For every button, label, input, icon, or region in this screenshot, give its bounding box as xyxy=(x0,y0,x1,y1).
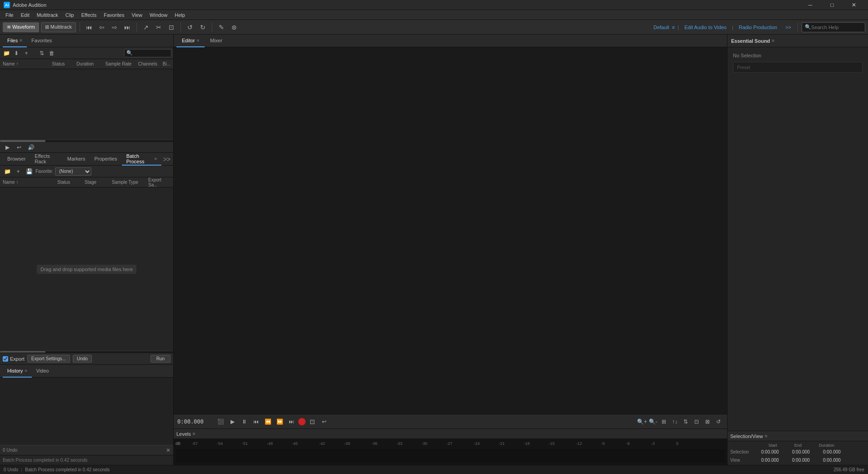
search-input[interactable] xyxy=(811,25,857,30)
search-bar[interactable]: 🔍 xyxy=(802,22,865,32)
zoom-in-v-btn[interactable]: ↑↓ xyxy=(670,417,680,427)
tab-mixer[interactable]: Mixer xyxy=(205,35,228,47)
multitrack-mode-button[interactable]: ⊞ Multitrack xyxy=(41,22,76,32)
zoom-out-v-btn[interactable]: ⇅ xyxy=(681,417,691,427)
selection-view-menu-icon[interactable]: ≡ xyxy=(765,434,768,439)
toolbar-pencil-btn[interactable]: ✎ xyxy=(216,22,227,33)
files-search[interactable]: 🔍 xyxy=(124,49,171,57)
tab-video[interactable]: Video xyxy=(32,365,54,378)
waveform-mode-button[interactable]: ≋ Waveform xyxy=(3,22,39,32)
skip-forward-btn[interactable]: ⏭ xyxy=(286,417,296,427)
toolbar-btn-3[interactable]: ⇨ xyxy=(109,22,120,33)
radio-production-btn[interactable]: Radio Production xyxy=(736,24,780,31)
play-btn[interactable]: ▶ xyxy=(227,417,237,427)
files-open-btn[interactable]: 📁 xyxy=(2,49,11,58)
toolbar-cursor-btn[interactable]: ↗ xyxy=(140,22,151,33)
files-delete-btn[interactable]: 🗑 xyxy=(47,49,56,58)
zoom-reset-btn[interactable]: ↺ xyxy=(713,417,723,427)
files-sort-btn[interactable]: ⇅ xyxy=(37,49,46,58)
history-menu-icon[interactable]: ≡ xyxy=(25,368,27,373)
level-tick-51: -51 xyxy=(242,441,248,446)
tab-markers[interactable]: Markers xyxy=(63,153,90,166)
menu-edit[interactable]: Edit xyxy=(17,10,33,20)
toolbar-heal-btn[interactable]: ⊛ xyxy=(229,22,240,33)
batch-drop-area[interactable]: Drag and drop supported media files here xyxy=(0,187,173,351)
files-play-btn[interactable]: ▶ xyxy=(3,143,12,152)
toolbar-undo-btn[interactable]: ↺ xyxy=(185,22,196,33)
fast-forward-btn[interactable]: ⏩ xyxy=(275,417,285,427)
menu-window[interactable]: Window xyxy=(146,10,171,20)
maximize-button[interactable]: □ xyxy=(822,0,843,10)
tab-editor[interactable]: Editor ≡ xyxy=(176,35,205,47)
loop-mode-btn[interactable]: ↩ xyxy=(319,417,329,427)
level-tick-27: -27 xyxy=(447,441,452,446)
files-tab-menu-icon[interactable]: ≡ xyxy=(20,38,22,43)
tab-history[interactable]: History ≡ xyxy=(3,365,32,378)
files-search-input[interactable] xyxy=(133,50,169,55)
zoom-fit-btn[interactable]: ⊞ xyxy=(659,417,669,427)
editor-tab-menu-icon[interactable]: ≡ xyxy=(197,38,199,43)
batch-col-sample: Sample Type xyxy=(112,180,148,185)
undo-btn[interactable]: Undo xyxy=(73,355,92,363)
files-import-btn[interactable]: ⬇ xyxy=(12,49,21,58)
menu-file[interactable]: File xyxy=(2,10,17,20)
more-tabs-btn[interactable]: >> xyxy=(163,156,171,163)
menu-favorites[interactable]: Favorites xyxy=(100,10,128,20)
menu-bar: File Edit Multitrack Clip Effects Favori… xyxy=(0,10,868,20)
zoom-out-btn[interactable]: 🔍- xyxy=(648,417,658,427)
zoom-full-btn[interactable]: ⊡ xyxy=(692,417,702,427)
run-btn[interactable]: Run xyxy=(151,355,171,363)
files-auto-play-btn[interactable]: 🔊 xyxy=(26,143,35,152)
files-scrollbar[interactable] xyxy=(0,140,173,141)
sv-view-row: View 0:00.000 0:00.000 0:00.000 xyxy=(730,456,865,464)
selection-view-title: Selection/View xyxy=(730,434,763,439)
toolbar-razor-btn[interactable]: ✂ xyxy=(153,22,164,33)
toolbar-btn-4[interactable]: ⏭ xyxy=(122,22,133,33)
workspace-current[interactable]: Default xyxy=(653,25,669,30)
loop-btn[interactable]: ⊡ xyxy=(307,417,317,427)
menu-multitrack[interactable]: Multitrack xyxy=(33,10,62,20)
batch-tab-menu-icon[interactable]: ≡ xyxy=(154,156,156,161)
export-settings-btn[interactable]: Export Settings... xyxy=(27,355,70,363)
toolbar-btn-2[interactable]: ⇦ xyxy=(96,22,107,33)
rewind-btn[interactable]: ⏪ xyxy=(263,417,273,427)
batch-open-btn[interactable]: 📁 xyxy=(3,167,12,176)
files-scrollbar-thumb[interactable] xyxy=(0,140,45,142)
record-btn[interactable] xyxy=(298,418,306,425)
tab-properties[interactable]: Properties xyxy=(90,153,122,166)
selection-view-content: Start End Duration Selection 0:00.000 0:… xyxy=(728,441,868,465)
close-button[interactable]: ✕ xyxy=(843,0,864,10)
export-checkbox-label[interactable]: Export xyxy=(3,356,25,362)
tab-favorites[interactable]: Favorites xyxy=(27,35,56,47)
batch-new-btn[interactable]: + xyxy=(14,167,23,176)
toolbar-btn-1[interactable]: ⏮ xyxy=(84,22,95,33)
tab-batch-process[interactable]: Batch Process ≡ xyxy=(122,153,161,166)
menu-effects[interactable]: Effects xyxy=(78,10,100,20)
menu-view[interactable]: View xyxy=(128,10,146,20)
essential-sound-menu-icon[interactable]: ≡ xyxy=(772,38,775,43)
history-clear-btn[interactable]: ✕ xyxy=(166,447,171,454)
tab-effects-rack[interactable]: Effects Rack xyxy=(30,153,62,166)
tab-browser[interactable]: Browser xyxy=(3,153,30,166)
tab-files[interactable]: Files ≡ xyxy=(3,35,27,47)
minimize-button[interactable]: ─ xyxy=(800,0,821,10)
toolbar-fade-btn[interactable]: ⊡ xyxy=(166,22,177,33)
more-workspaces-btn[interactable]: >> xyxy=(783,24,794,31)
menu-help[interactable]: Help xyxy=(171,10,189,20)
levels-menu-icon[interactable]: ≡ xyxy=(193,431,196,436)
files-loop-btn[interactable]: ↩ xyxy=(15,143,24,152)
preset-area: Preset xyxy=(733,62,863,73)
skip-back-btn[interactable]: ⏮ xyxy=(251,417,261,427)
favorite-select[interactable]: (None) xyxy=(55,167,91,176)
menu-clip[interactable]: Clip xyxy=(62,10,78,20)
workspace-menu-icon[interactable]: ≡ xyxy=(672,25,675,30)
pause-btn[interactable]: ⏸ xyxy=(239,417,249,427)
batch-save-btn[interactable]: 💾 xyxy=(25,167,34,176)
toolbar-redo-btn[interactable]: ↻ xyxy=(197,22,208,33)
stop-btn[interactable]: ⬛ xyxy=(216,417,226,427)
edit-audio-to-video-btn[interactable]: Edit Audio to Video xyxy=(682,24,729,31)
export-checkbox[interactable] xyxy=(3,356,8,362)
zoom-sel-btn[interactable]: ⊠ xyxy=(702,417,712,427)
files-new-btn[interactable]: + xyxy=(22,49,31,58)
zoom-in-btn[interactable]: 🔍+ xyxy=(637,417,647,427)
